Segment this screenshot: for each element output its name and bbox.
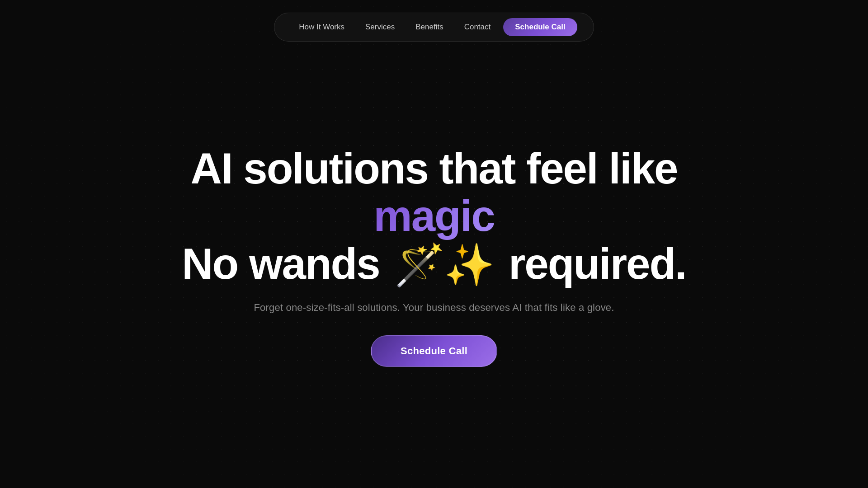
hero-title: AI solutions that feel like magic No wan…: [154, 145, 714, 288]
hero-title-line1: AI solutions that feel like magic: [191, 144, 678, 240]
nav-schedule-call-button[interactable]: Schedule Call: [503, 18, 577, 36]
hero-title-no-wands: No wands: [182, 239, 391, 288]
hero-subtitle: Forget one-size-fits-all solutions. Your…: [254, 302, 614, 314]
nav-item-services[interactable]: Services: [357, 19, 403, 35]
hero-title-line2: No wands 🪄✨ required.: [154, 240, 714, 288]
nav-item-contact[interactable]: Contact: [456, 19, 499, 35]
hero-section: AI solutions that feel like magic No wan…: [118, 23, 750, 488]
nav-item-how-it-works[interactable]: How It Works: [291, 19, 353, 35]
hero-title-prefix: AI solutions that feel like: [191, 144, 678, 192]
hero-title-magic: magic: [373, 192, 494, 240]
hero-title-required: required.: [497, 239, 686, 288]
nav-item-benefits[interactable]: Benefits: [407, 19, 451, 35]
navbar: How It Works Services Benefits Contact S…: [274, 13, 594, 42]
wand-icon: 🪄✨: [394, 244, 494, 285]
page-wrapper: How It Works Services Benefits Contact S…: [0, 0, 868, 488]
hero-schedule-call-button[interactable]: Schedule Call: [371, 335, 497, 367]
